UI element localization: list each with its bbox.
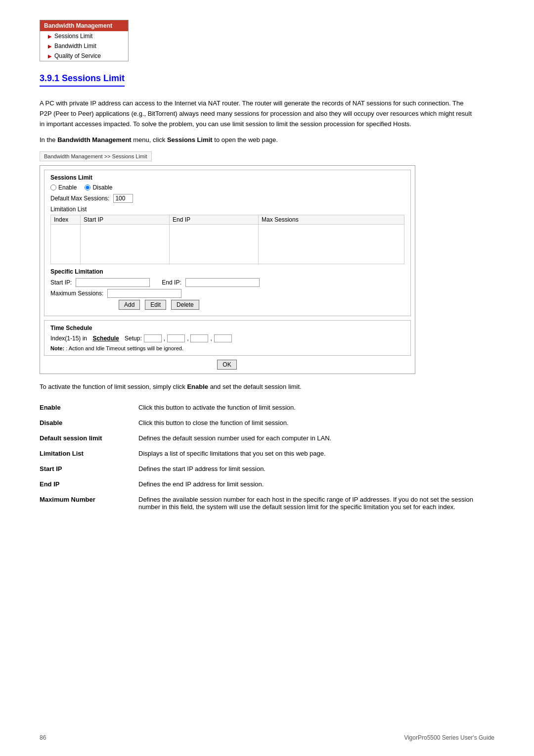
section-heading: 3.9.1 Sessions Limit [40, 73, 125, 87]
schedule-input-4[interactable] [214, 334, 232, 342]
nav-item-sessions-limit[interactable]: ▶ Sessions Limit [40, 31, 128, 41]
desc-def-6: Defines the available session number for… [138, 492, 494, 515]
nav-arrow-3: ▶ [48, 53, 52, 59]
nav-label-sessions-limit: Sessions Limit [54, 33, 92, 40]
table-row [51, 225, 404, 264]
disable-radio-item[interactable]: Disable [85, 184, 112, 191]
limitation-table: Index Start IP End IP Max Sessions [50, 215, 404, 264]
nav-header: Bandwidth Management [40, 20, 128, 31]
desc-row-2: Default session limitDefines the default… [40, 430, 494, 446]
desc-def-5: Defines the end IP address for limit ses… [138, 476, 494, 492]
nav-menu: Bandwidth Management ▶ Sessions Limit ▶ … [40, 20, 494, 73]
sessions-limit-section: Sessions Limit Enable Disable Default Ma… [44, 170, 411, 316]
enable-radio-item[interactable]: Enable [50, 184, 77, 191]
specific-limitation-section: Specific Limitation Start IP: End IP: Ma… [50, 268, 404, 310]
desc-row-1: DisableClick this button to close the fu… [40, 415, 494, 430]
page-footer: 86 VigorPro5500 Series User's Guide [40, 734, 494, 741]
disable-label: Disable [92, 184, 112, 191]
nav-label-qos: Quality of Service [54, 52, 101, 59]
disable-radio[interactable] [85, 185, 90, 190]
config-panel: Sessions Limit Enable Disable Default Ma… [40, 165, 415, 374]
desc-def-2: Defines the default session number used … [138, 430, 494, 446]
breadcrumb: Bandwidth Management >> Sessions Limit [40, 151, 152, 161]
ok-button[interactable]: OK [217, 360, 236, 370]
desc-term-6: Maximum Number [40, 492, 138, 515]
start-ip-row: Start IP: End IP: [50, 278, 404, 287]
max-sessions-row: Maximum Sessions: [50, 289, 404, 298]
note-label: Note: [50, 345, 64, 351]
desc-def-0: Click this button to activate the functi… [138, 400, 494, 415]
desc-term-0: Enable [40, 400, 138, 415]
time-schedule-section: Time Schedule Index(1-15) in Schedule Se… [44, 320, 411, 356]
default-max-sessions-input[interactable] [113, 194, 133, 203]
schedule-input-2[interactable] [167, 334, 185, 342]
page-number: 86 [40, 734, 46, 741]
enable-radio[interactable] [50, 185, 56, 190]
desc-def-1: Click this button to close the function … [138, 415, 494, 430]
schedule-input-1[interactable] [144, 334, 162, 342]
nav-arrow-1: ▶ [48, 34, 52, 39]
description-table: EnableClick this button to activate the … [40, 400, 494, 515]
schedule-label: Schedule [92, 335, 119, 342]
desc-row-3: Limitation ListDisplays a list of specif… [40, 446, 494, 461]
section-title: Sessions Limit [62, 73, 125, 83]
sl-bold: Sessions Limit [167, 136, 213, 143]
col-start-ip: Start IP [81, 215, 170, 225]
col-end-ip: End IP [170, 215, 259, 225]
schedule-input-3[interactable] [190, 334, 208, 342]
add-button[interactable]: Add [119, 300, 140, 310]
time-schedule-title: Time Schedule [50, 325, 404, 331]
col-index: Index [51, 215, 81, 225]
desc-term-2: Default session limit [40, 430, 138, 446]
delete-button[interactable]: Delete [171, 300, 199, 310]
desc-def-3: Displays a list of specific limitations … [138, 446, 494, 461]
start-ip-label: Start IP: [50, 279, 72, 286]
note-row: Note: : Action and Idle Timeout settings… [50, 345, 404, 351]
time-schedule-row: Index(1-15) in Schedule Setup: , , , [50, 334, 404, 342]
end-ip-label: End IP: [162, 279, 181, 286]
desc-row-5: End IPDefines the end IP address for lim… [40, 476, 494, 492]
setup-label: Setup: [125, 335, 142, 342]
enable-disable-group: Enable Disable [50, 184, 404, 191]
nav-item-bandwidth-limit[interactable]: ▶ Bandwidth Limit [40, 41, 128, 51]
desc-def-4: Defines the start IP address for limit s… [138, 461, 494, 476]
desc-row-4: Start IPDefines the start IP address for… [40, 461, 494, 476]
desc-row-6: Maximum NumberDefines the available sess… [40, 492, 494, 515]
col-max-sessions: Max Sessions [259, 215, 404, 225]
max-sessions-label: Maximum Sessions: [50, 290, 103, 297]
nav-item-quality-of-service[interactable]: ▶ Quality of Service [40, 51, 128, 61]
nav-label-bandwidth-limit: Bandwidth Limit [54, 43, 96, 49]
limitation-list-label: Limitation List [50, 206, 404, 213]
sessions-limit-title: Sessions Limit [50, 174, 404, 181]
specific-limitation-title: Specific Limitation [50, 268, 404, 275]
desc-term-3: Limitation List [40, 446, 138, 461]
activation-text: To activate the function of limit sessio… [40, 382, 494, 392]
enable-bold: Enable [187, 383, 208, 390]
bm-bold: Bandwidth Management [57, 136, 132, 143]
desc-term-5: End IP [40, 476, 138, 492]
intro-text: A PC with private IP address can access … [40, 98, 475, 129]
desc-term-4: Start IP [40, 461, 138, 476]
edit-button[interactable]: Edit [145, 300, 166, 310]
section-number: 3.9.1 [40, 73, 59, 83]
default-max-sessions-label: Default Max Sessions: [50, 195, 109, 202]
index-label: Index(1-15) in [50, 335, 87, 342]
desc-row-0: EnableClick this button to activate the … [40, 400, 494, 415]
enable-label: Enable [58, 184, 77, 191]
default-max-sessions-row: Default Max Sessions: [50, 194, 404, 203]
action-buttons-row: Add Edit Delete [50, 300, 404, 310]
ok-btn-container: OK [40, 360, 415, 370]
desc-term-1: Disable [40, 415, 138, 430]
note-text: Action and Idle Timeout settings will be… [69, 345, 183, 351]
start-ip-input[interactable] [76, 278, 150, 287]
end-ip-input[interactable] [185, 278, 260, 287]
max-sessions-input[interactable] [107, 289, 181, 298]
product-name: VigorPro5500 Series User's Guide [404, 734, 494, 741]
menu-instruction: In the Bandwidth Management menu, click … [40, 135, 475, 145]
nav-arrow-2: ▶ [48, 44, 52, 49]
